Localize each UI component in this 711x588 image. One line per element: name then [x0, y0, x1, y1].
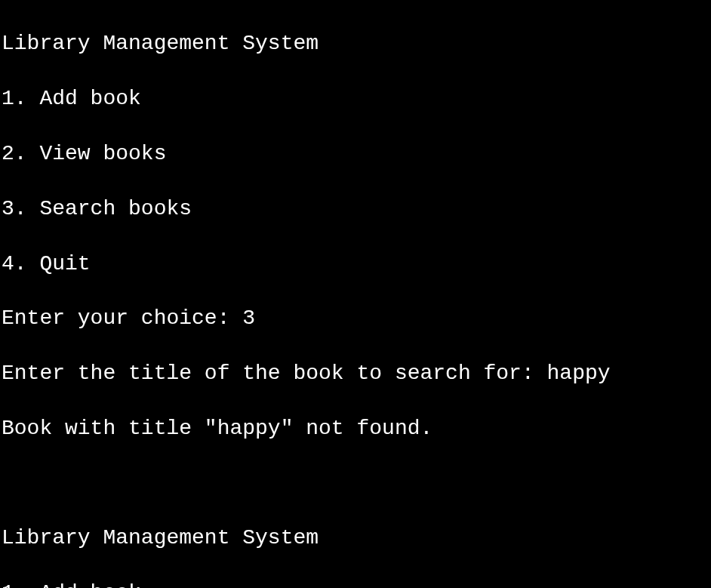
menu-item: 4. Quit [2, 251, 711, 278]
prompt-choice-label: Enter your choice: [2, 306, 242, 330]
blank-line [2, 470, 711, 497]
result-message: Book with title "happy" not found. [2, 415, 711, 442]
menu-item: 1. Add book [2, 580, 711, 588]
prompt-line: Enter your choice: 3 [2, 305, 711, 332]
app-header: Library Management System [2, 30, 711, 57]
menu-item: 2. View books [2, 140, 711, 168]
menu-item: 3. Search books [2, 195, 711, 223]
app-header: Library Management System [2, 525, 711, 552]
console-output[interactable]: Library Management System 1. Add book 2.… [0, 0, 711, 588]
prompt-title-label: Enter the title of the book to search fo… [2, 362, 547, 385]
user-input-choice: 3 [242, 306, 255, 330]
prompt-line: Enter the title of the book to search fo… [2, 360, 711, 387]
user-input-title: happy [547, 362, 611, 385]
menu-item: 1. Add book [2, 85, 711, 112]
